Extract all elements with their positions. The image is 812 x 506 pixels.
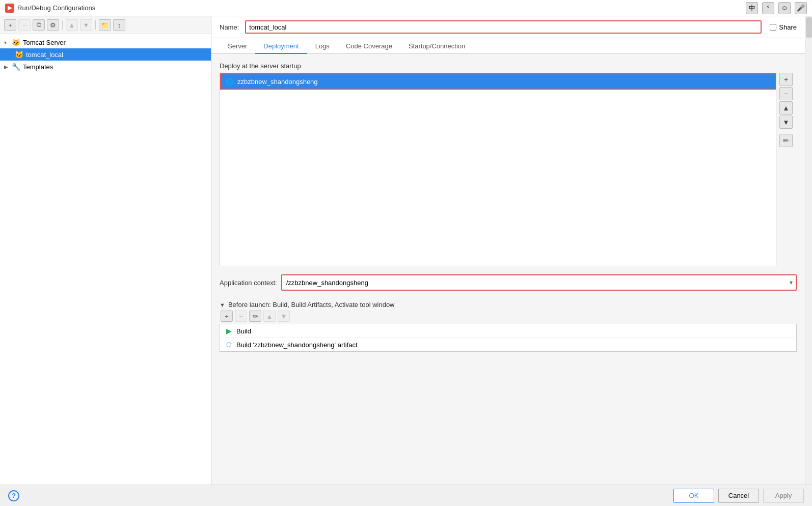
bl-down-button[interactable]: ▼ [278,311,290,322]
tab-logs[interactable]: Logs [307,38,338,54]
tomcat-config-icon: 🐱 [14,50,23,59]
context-row: Application context: /zzbzbnew_shandongs… [220,274,797,291]
status-icon-1: 中 [746,2,758,14]
deploy-edit-button[interactable]: ✏ [779,134,793,147]
tab-server[interactable]: Server [220,38,255,54]
deploy-section-label: Deploy at the server startup [220,62,797,70]
status-icon-3: ☺ [778,2,791,14]
sort-button[interactable]: ↕ [113,19,125,31]
bl-up-button[interactable]: ▲ [263,311,276,322]
deploy-item-0[interactable]: 🌐 zzbzbnew_shandongsheng [220,73,776,90]
context-select[interactable]: /zzbzbnew_shandongsheng [282,275,796,290]
main-container: + − ⧉ ⚙ ▲ ▼ 📁 ↕ ▾ 🐱 Tomcat Server 🐱 tomc… [0,16,812,485]
bl-item-1[interactable]: ⬡ Build 'zzbzbnew_shandongsheng' artifac… [220,338,796,351]
deploy-list: 🌐 zzbzbnew_shandongsheng [220,73,776,266]
name-row: Name: Share [211,16,805,38]
context-select-wrapper: /zzbzbnew_shandongsheng ▾ [281,274,797,291]
content-area: Deploy at the server startup 🌐 zzbzbnew_… [211,54,805,485]
window-title: Run/Debug Configurations [17,4,95,12]
deploy-add-button[interactable]: + [779,73,793,86]
copy-config-button[interactable]: ⧉ [33,19,45,31]
right-scrollbar [805,16,812,485]
collapse-arrow: ▾ [4,40,11,45]
move-up-button[interactable]: ▲ [66,19,78,31]
before-launch-toggle[interactable]: ▼ [220,302,225,308]
tomcat-local-label: tomcat_local [26,51,63,59]
help-button[interactable]: ? [8,490,19,501]
mic-icon: 🎤 [795,2,807,14]
before-launch-section: ▼ Before launch: Build, Build Artifacts,… [220,301,797,352]
build-icon: ▶ [224,326,233,335]
before-launch-label: Before launch: Build, Build Artifacts, A… [228,301,395,308]
status-icon-2: ° [762,2,774,14]
move-down-button[interactable]: ▼ [80,19,92,31]
left-toolbar: + − ⧉ ⚙ ▲ ▼ 📁 ↕ [0,16,211,34]
tree-item-tomcat-server[interactable]: ▾ 🐱 Tomcat Server [0,36,211,48]
bl-item-label-0: Build [236,327,251,335]
left-panel: + − ⧉ ⚙ ▲ ▼ 📁 ↕ ▾ 🐱 Tomcat Server 🐱 tomc… [0,16,211,485]
tree-item-tomcat-local[interactable]: 🐱 tomcat_local [0,48,211,61]
name-label: Name: [220,23,239,31]
templates-label: Templates [23,63,53,71]
artifact-icon: ⬡ [224,340,233,349]
context-label: Application context: [220,279,277,287]
config-tree: ▾ 🐱 Tomcat Server 🐱 tomcat_local ▶ 🔧 Tem… [0,34,211,485]
tree-item-templates[interactable]: ▶ 🔧 Templates [0,61,211,73]
bl-add-button[interactable]: + [221,311,233,322]
tomcat-server-label: Tomcat Server [23,39,66,46]
tab-deployment[interactable]: Deployment [255,38,307,54]
deploy-side-buttons: + − ▲ ▼ ✏ [779,73,793,147]
name-input[interactable] [245,20,762,34]
add-config-button[interactable]: + [4,19,16,31]
app-icon: ▶ [5,4,14,13]
before-launch-header: ▼ Before launch: Build, Build Artifacts,… [220,301,797,308]
share-checkbox[interactable] [770,24,776,31]
apply-button[interactable]: Apply [763,489,804,503]
right-panel: Name: Share Server Deployment Logs Code … [211,16,805,485]
tabs-bar: Server Deployment Logs Code Coverage Sta… [211,38,805,54]
tab-startup-connection[interactable]: Startup/Connection [400,38,473,54]
tomcat-server-icon: 🐱 [11,38,20,47]
deploy-item-icon: 🌐 [225,77,234,86]
bl-remove-button[interactable]: − [235,311,247,322]
before-launch-list: ▶ Build ⬡ Build 'zzbzbnew_shandongsheng'… [220,324,797,352]
tab-code-coverage[interactable]: Code Coverage [338,38,400,54]
deploy-box: 🌐 zzbzbnew_shandongsheng [220,73,776,266]
title-bar: ▶ Run/Debug Configurations 中 ° ☺ 🎤 [0,0,812,16]
settings-button[interactable]: ⚙ [47,19,59,31]
scrollbar-thumb[interactable] [806,17,812,38]
templates-arrow: ▶ [4,64,11,70]
toolbar-divider-2 [95,20,96,30]
templates-icon: 🔧 [11,62,20,71]
before-launch-toolbar: + − ✏ ▲ ▼ [220,311,797,322]
deploy-remove-button[interactable]: − [779,87,793,100]
toolbar-divider-1 [62,20,63,30]
remove-config-button[interactable]: − [18,19,31,31]
deploy-up-button[interactable]: ▲ [779,101,793,115]
bottom-bar: ? OK Cancel Apply [0,485,812,506]
bl-item-label-1: Build 'zzbzbnew_shandongsheng' artifact [236,341,358,349]
title-bar-controls: 中 ° ☺ 🎤 [746,2,807,14]
ok-button[interactable]: OK [673,489,714,503]
deploy-section: Deploy at the server startup 🌐 zzbzbnew_… [220,62,797,266]
folder-button[interactable]: 📁 [99,19,111,31]
bl-edit-button[interactable]: ✏ [249,311,261,322]
share-area: Share [770,23,797,31]
cancel-button[interactable]: Cancel [718,489,759,503]
share-label: Share [779,23,797,31]
deploy-box-wrapper: 🌐 zzbzbnew_shandongsheng + − ▲ ▼ ✏ [220,73,776,266]
bl-item-0[interactable]: ▶ Build [220,324,796,338]
deploy-down-button[interactable]: ▼ [779,116,793,129]
deploy-item-label: zzbzbnew_shandongsheng [237,78,318,86]
